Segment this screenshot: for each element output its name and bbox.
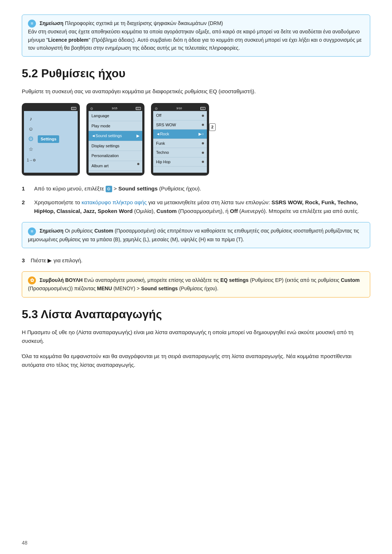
section-52-intro: Ρυθμίστε τη συσκευή σας να αναπαράγει κο… xyxy=(22,87,370,96)
device-1-screen: ♪ ☺ ⚙ Settings ☆ 1→⚙ xyxy=(24,111,78,173)
arrow-right-icon: ▶ xyxy=(136,133,139,139)
gear-icon: ⚙ xyxy=(27,135,35,143)
menu-item-playmode: Play mode xyxy=(89,121,142,131)
step-3: 3 Πιέστε ▶ για επιλογή. xyxy=(22,256,370,265)
eq-item-srs: SRS WOW xyxy=(153,120,207,130)
dot-off xyxy=(202,115,204,117)
device-2-screen: Language Play mode ◄Sound settings ▶ Dis… xyxy=(89,111,142,173)
note-title-2: Σημείωση xyxy=(40,228,64,234)
gear-icon-3: ⚙ xyxy=(155,106,158,111)
settings-label: Settings xyxy=(38,135,59,143)
device-2: ⚙ 3/15 Language Play mode ◄Sound setting… xyxy=(86,103,144,176)
section-53-para1: Η Πμασμιτυ οξ υθε ηο (Λίστα αναπαραγωγής… xyxy=(22,328,370,345)
device-3-screen: Off SRS WOW ◄Rock▶○ Funk Techno Hip Hop xyxy=(153,111,207,173)
dot-funk xyxy=(202,142,204,144)
music-icon: ♪ xyxy=(27,115,35,123)
d1-icon-people: ☺ xyxy=(27,125,75,133)
note-box-1: ≡ Σημείωση Πληροφορίες σχετικά με τη δια… xyxy=(22,15,370,57)
step-2-text: Χρησιμοποιήστε το κατακόρυφο πλήκτρο αφή… xyxy=(34,198,370,216)
eq-item-techno: Techno xyxy=(153,148,207,157)
annotation-badge-2: 2 xyxy=(209,123,216,131)
section-53-para2: Όλα τα κομμάτια θα εμφανιστούν και θα αν… xyxy=(22,352,370,369)
note-title-1: Σημείωση xyxy=(40,20,64,26)
counter-3: 3/10 xyxy=(176,106,182,111)
note-text-1: Πληροφορίες σχετικά με τη διαχείρισης ψη… xyxy=(28,20,362,51)
menu-item-album-art: Album art xyxy=(89,161,142,171)
step-1-text: Από το κύριο μενού, επιλέξτε ⚙ > Sound s… xyxy=(34,184,201,193)
tip-title-1: Συμβουλή ΒΟΥΛΗ xyxy=(40,277,83,283)
menu-item-sound-settings: ◄Sound settings ▶ xyxy=(89,131,142,141)
sound-settings-label: ◄Sound settings xyxy=(91,133,122,139)
eq-item-off: Off xyxy=(153,111,207,120)
dot-hiphop xyxy=(202,161,204,163)
gear-icon-2: ⚙ xyxy=(90,106,93,111)
step-3-num: 3 xyxy=(22,257,25,263)
dot-srs xyxy=(202,124,204,126)
star-icon: ☆ xyxy=(27,145,35,153)
menu-item-display: Display settings xyxy=(89,141,142,151)
battery-icon-3 xyxy=(200,107,205,110)
note-icon-1: ≡ xyxy=(28,20,36,28)
step-1-num: 1 xyxy=(22,184,29,193)
d1-icon-music: ♪ xyxy=(27,115,75,123)
battery-icon-1 xyxy=(71,107,76,110)
eq-item-funk: Funk xyxy=(153,139,207,148)
menu-item-personalization: Personalization xyxy=(89,151,142,161)
device-3: ⚙ 3/10 Off SRS WOW ◄Rock▶○ Funk Techno H… xyxy=(151,103,209,176)
step-3-text: Πιέστε ▶ για επιλογή. xyxy=(31,257,83,263)
menu-item-language: Language xyxy=(89,111,142,121)
arrow-label-1: 1→⚙ xyxy=(27,157,36,163)
arrow-right-rock: ▶○ xyxy=(199,131,204,137)
device-2-topbar: ⚙ 3/15 xyxy=(89,106,142,111)
device-3-topbar: ⚙ 3/10 xyxy=(153,106,207,111)
step-2-num: 2 xyxy=(22,198,29,216)
device-1: ♪ ☺ ⚙ Settings ☆ 1→⚙ xyxy=(22,103,80,176)
step-1: 1 Από το κύριο μενού, επιλέξτε ⚙ > Sound… xyxy=(22,184,370,193)
eq-item-hiphop: Hip Hop xyxy=(153,157,207,167)
d1-icon-settings: ⚙ Settings xyxy=(27,135,75,143)
gear-button-icon: ⚙ xyxy=(106,186,112,192)
tip-box-1: ✿ Συμβουλή ΒΟΥΛΗ Ενώ αναπαράγετε μουσική… xyxy=(22,271,370,297)
counter-2: 3/15 xyxy=(112,106,118,111)
section-52-heading: 5.2 Ρυθμίσεις ήχου xyxy=(22,65,370,82)
note-icon-2: ≡ xyxy=(28,227,36,235)
steps-list: 1 Από το κύριο μενού, επιλέξτε ⚙ > Sound… xyxy=(22,184,370,216)
tip-icon-1: ✿ xyxy=(28,276,36,284)
note-box-2: ≡ Σημείωση Οι ρυθμίσεις Custom (Προσαρμο… xyxy=(22,222,370,248)
step-2: 2 Χρησιμοποιήστε το κατακόρυφο πλήκτρο α… xyxy=(22,198,370,216)
eq-item-rock: ◄Rock▶○ xyxy=(153,130,207,139)
section-53-heading: 5.3 Λίστα Αναπαραγωγής xyxy=(22,305,370,323)
battery-icon-2 xyxy=(136,107,141,110)
touch-strip-link[interactable]: κατακόρυφο πλήκτρο αφής xyxy=(82,199,147,205)
device-1-topbar xyxy=(24,106,78,111)
devices-row: ♪ ☺ ⚙ Settings ☆ 1→⚙ ⚙ 3/15 Language xyxy=(22,103,370,176)
people-icon: ☺ xyxy=(27,125,35,133)
dot-techno xyxy=(202,152,204,154)
d1-icon-star: ☆ xyxy=(27,145,75,153)
d1-arrow: 1→⚙ xyxy=(27,157,75,163)
dot-icon xyxy=(137,163,139,165)
note-text-2: Οι ρυθμίσεις Custom (Προσαρμοσμένη) σάς … xyxy=(28,228,359,242)
